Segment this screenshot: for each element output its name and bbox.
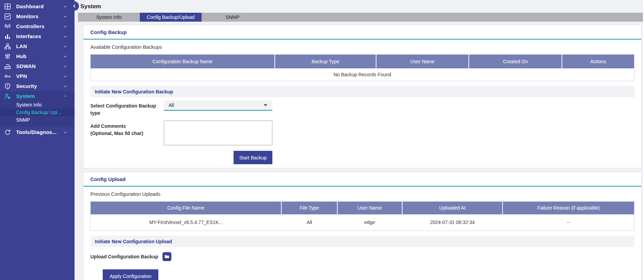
security-shield-icon [3, 82, 12, 90]
column-header: File Type [281, 202, 337, 214]
backup-type-label: Select Configuration Backup type [90, 100, 164, 117]
column-header: Backup Type [275, 55, 376, 68]
cell-failure-reason: -- [502, 214, 634, 231]
column-header: Uploaded At [402, 202, 503, 214]
sidebar-system-group: System System Info Config Backup/ Upl...… [0, 91, 75, 127]
sidebar-item-label: Controllers [16, 23, 44, 29]
sidebar-item-label: LAN [16, 43, 27, 49]
sdwan-icon [3, 62, 12, 70]
apply-configuration-button[interactable]: Apply Configuration [103, 269, 158, 280]
chevron-down-icon [63, 84, 68, 89]
dropdown-caret-icon [263, 104, 268, 107]
chevron-down-icon [63, 54, 68, 59]
upload-table: Config File Name File Type User Name Upl… [90, 201, 634, 231]
content-area: Config Backup Available Configuration Ba… [75, 22, 643, 280]
chevron-up-icon [63, 94, 68, 99]
cell-uploaded-at: 2024-07-31 08:32:34 [402, 214, 503, 231]
sidebar-subitem-snmp[interactable]: SNMP [0, 116, 75, 124]
page-title: System [80, 3, 101, 10]
lan-icon [3, 42, 12, 51]
sidebar-item-label: Security [16, 83, 37, 89]
chevron-down-icon [63, 24, 68, 29]
sidebar-item-label: Interfaces [16, 33, 41, 39]
controllers-icon [3, 22, 12, 31]
sidebar-item-label: Tools/Diagnos... [16, 129, 57, 135]
available-backups-label: Available Configuration Backups [90, 44, 634, 50]
sidebar-item-interfaces[interactable]: Interfaces [0, 31, 75, 41]
browse-file-button[interactable] [162, 252, 171, 261]
chevron-down-icon [63, 34, 68, 39]
app-window: Dashboard Monitors Controllers [0, 0, 644, 280]
initiate-upload-strip: Initiate New Configuration Upload [90, 236, 634, 247]
sidebar-subitem-label: Config Backup/ Upl... [16, 110, 61, 115]
chevron-down-icon [63, 14, 68, 19]
sidebar-item-controllers[interactable]: Controllers [0, 21, 75, 31]
page-header: System [75, 0, 643, 13]
config-upload-title: Config Upload [83, 172, 641, 187]
sidebar-item-dashboard[interactable]: Dashboard [0, 1, 75, 11]
sidebar-subitem-config-backup-upload[interactable]: Config Backup/ Upl... [0, 109, 75, 116]
comments-hint: (Optional, Max 50 char) [90, 130, 164, 137]
sidebar-item-security[interactable]: Security [0, 81, 75, 91]
tab-snmp[interactable]: SNMP [202, 13, 263, 22]
start-backup-button[interactable]: Start Backup [234, 151, 272, 164]
sidebar-item-hub[interactable]: Hub [0, 51, 75, 61]
tools-diagnostics-icon [3, 128, 12, 136]
sidebar-item-lan[interactable]: LAN [0, 41, 75, 51]
sidebar-item-label: Monitors [16, 13, 38, 19]
sidebar-item-label: SDWAN [16, 63, 36, 69]
sidebar-item-vpn[interactable]: VPN [0, 71, 75, 81]
column-header: Configuration Backup Name [91, 55, 275, 68]
sidebar-item-label: System [16, 93, 35, 99]
comments-label: Add Comments (Optional, Max 50 char) [90, 121, 164, 145]
vpn-icon [3, 72, 12, 80]
chevron-down-icon [63, 130, 68, 135]
sidebar-item-label: VPN [16, 73, 27, 79]
sidebar-item-tools-diagnostics[interactable]: Tools/Diagnos... [0, 127, 75, 137]
cell-user-name: edge [337, 214, 402, 231]
cell-file-type: All [281, 214, 337, 231]
sidebar-collapse-button[interactable] [70, 1, 79, 11]
backup-table: Configuration Backup Name Backup Type Us… [90, 54, 634, 81]
config-backup-panel: Config Backup Available Configuration Ba… [83, 25, 642, 168]
tab-bar: System Info Config Backup/Upload SNMP [78, 13, 643, 22]
sidebar-item-sdwan[interactable]: SDWAN [0, 61, 75, 71]
initiate-backup-strip: Initiate New Configuration Backup [90, 86, 634, 97]
sidebar-item-system[interactable]: System [0, 91, 75, 101]
upload-table-row: MY-FirstVessel_v6.5.4.77_ES1K... All edg… [91, 214, 634, 231]
previous-uploads-label: Previous Configuration Uploads [90, 191, 634, 197]
dashboard-icon [3, 2, 12, 11]
sidebar-item-monitors[interactable]: Monitors [0, 11, 75, 21]
upload-config-label: Upload Configuration Backup [90, 254, 158, 259]
column-header: Failure Reason (if applicable) [502, 202, 634, 214]
sidebar-subitem-system-info[interactable]: System Info [0, 101, 75, 109]
chevron-left-icon [72, 3, 77, 9]
backup-table-header-row: Configuration Backup Name Backup Type Us… [91, 55, 634, 68]
monitors-icon [3, 12, 12, 21]
tab-config-backup-upload[interactable]: Config Backup/Upload [140, 13, 202, 22]
comments-textarea[interactable] [164, 121, 272, 145]
backup-type-select[interactable]: All [164, 100, 272, 111]
column-header: Actions [562, 55, 634, 68]
backup-table-empty-row: No Backup Records Found [91, 68, 634, 81]
sidebar: Dashboard Monitors Controllers [0, 0, 75, 280]
sidebar-item-label: Dashboard [16, 3, 44, 9]
config-backup-title: Config Backup [83, 25, 641, 40]
main-area: System System Info Config Backup/Upload … [75, 0, 644, 280]
chevron-down-icon [63, 74, 68, 79]
empty-state-text: No Backup Records Found [91, 68, 634, 81]
chevron-down-icon [63, 64, 68, 69]
tab-system-info[interactable]: System Info [78, 13, 140, 22]
sidebar-subitem-label: System Info [16, 102, 42, 108]
column-header: Created On [469, 55, 562, 68]
config-upload-panel: Config Upload Previous Configuration Upl… [83, 172, 642, 280]
system-user-gear-icon [3, 92, 12, 100]
cell-file-name: MY-FirstVessel_v6.5.4.77_ES1K... [91, 214, 282, 231]
column-header: User Name [337, 202, 402, 214]
interfaces-icon [3, 32, 12, 41]
chevron-down-icon [63, 44, 68, 49]
upload-table-header-row: Config File Name File Type User Name Upl… [91, 202, 634, 214]
chevron-down-icon [63, 4, 68, 9]
sidebar-subitem-label: SNMP [16, 117, 30, 123]
column-header: Config File Name [91, 202, 282, 214]
